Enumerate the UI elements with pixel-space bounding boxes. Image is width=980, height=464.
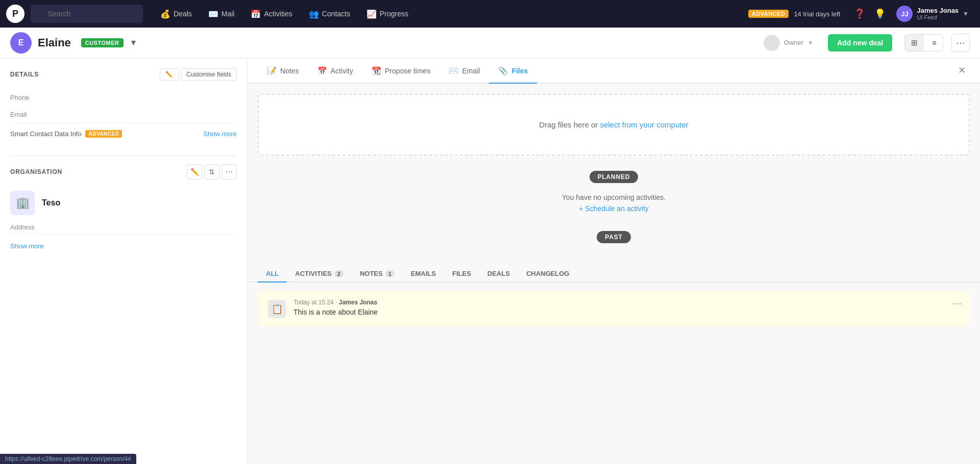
tab-files[interactable]: 📎 Files — [489, 58, 537, 84]
user-name: James Jonas — [917, 7, 959, 15]
contacts-icon: 👥 — [309, 9, 319, 19]
entry-content: This is a note about Elaine — [293, 308, 960, 316]
activity-entry: 📋 Today at 15:24 · James Jonas This is a… — [258, 291, 970, 326]
files-tab-label: Files — [511, 67, 528, 75]
url-bar: https://uifeed-c28eee.pipedrive.com/pers… — [0, 454, 136, 464]
history-tabs-bar: ALL ACTIVITIES 2 NOTES 1 EMAILS FILES DE… — [248, 265, 980, 282]
details-show-more-link[interactable]: Show more — [203, 130, 237, 138]
smart-contact-label: Smart Contact Data Info — [10, 130, 81, 138]
files-tab-icon: 📎 — [498, 66, 508, 75]
mail-icon: ✉️ — [208, 9, 218, 19]
notes-tab-label: Notes — [280, 67, 299, 75]
owner-label: Owner — [784, 39, 803, 46]
smart-contact-row: Smart Contact Data Info ADVANCED Show mo… — [10, 122, 237, 145]
nav-item-contacts[interactable]: 👥 Contacts — [302, 6, 357, 22]
trial-label: 14 trial days left — [794, 10, 840, 18]
files-htab-label: FILES — [452, 270, 471, 277]
tabs-close-button[interactable]: ✕ — [953, 62, 970, 79]
notes-htab-label: NOTES — [360, 270, 383, 277]
address-row: Address — [10, 220, 237, 234]
organisation-item: 🏢 Teso — [10, 186, 237, 220]
search-input[interactable] — [31, 5, 143, 23]
history-tab-all[interactable]: ALL — [258, 265, 287, 282]
past-section: PAST — [248, 216, 980, 256]
schedule-activity-link[interactable]: + Schedule an activity — [579, 204, 649, 213]
activities-tab-count: 2 — [334, 270, 344, 277]
user-chevron-icon: ▼ — [963, 10, 969, 17]
activity-tab-icon: 📅 — [317, 66, 327, 75]
files-drop-area[interactable]: Drag files here or select from your comp… — [258, 94, 970, 156]
nav-item-mail[interactable]: ✉️ Mail — [201, 6, 242, 22]
details-actions: ✏️ Customise fields — [160, 68, 237, 81]
contact-avatar: E — [10, 32, 32, 54]
contact-name: Elaine — [38, 36, 71, 49]
org-name[interactable]: Teso — [42, 198, 60, 208]
history-tab-deals[interactable]: DEALS — [479, 265, 518, 282]
deals-icon: 💰 — [160, 9, 170, 19]
files-select-link[interactable]: select from your computer — [600, 120, 688, 129]
user-sub: UI Feed — [917, 14, 959, 21]
add-new-deal-button[interactable]: Add new deal — [828, 34, 892, 51]
tab-activity[interactable]: 📅 Activity — [308, 58, 362, 84]
progress-icon: 📈 — [366, 9, 377, 19]
org-show-more-link[interactable]: Show more — [10, 242, 44, 250]
planned-section: PLANNED You have no upcoming activities.… — [248, 156, 980, 216]
edit-details-button[interactable]: ✏️ — [160, 68, 179, 81]
list-view-button[interactable]: ≡ — [926, 35, 943, 50]
entry-separator: · — [335, 299, 339, 306]
logo[interactable]: P — [6, 5, 24, 23]
tab-email[interactable]: ✉️ Email — [439, 58, 489, 84]
org-more-button[interactable]: ⋯ — [222, 164, 237, 179]
entry-author: James Jonas — [339, 299, 377, 306]
details-section-header: DETAILS ✏️ Customise fields — [10, 68, 237, 81]
history-tab-changelog[interactable]: CHANGELOG — [518, 265, 578, 282]
history-tab-activities[interactable]: ACTIVITIES 2 — [287, 265, 352, 282]
nav-item-deals[interactable]: 💰 Deals — [153, 6, 199, 22]
organisation-header: ORGANISATION ✏️ ⇅ ⋯ — [10, 164, 237, 179]
tab-propose-times[interactable]: 📆 Propose times — [362, 58, 439, 84]
top-navigation: P 🔍 💰 Deals ✉️ Mail 📅 Activities 👥 Conta… — [0, 0, 980, 28]
planned-badge: PLANNED — [590, 171, 639, 183]
emails-tab-label: EMAILS — [411, 270, 436, 277]
tab-notes[interactable]: 📝 Notes — [258, 58, 308, 84]
no-activities-text: You have no upcoming activities. — [258, 193, 970, 201]
all-tab-label: ALL — [266, 270, 279, 277]
nav-deals-label: Deals — [174, 10, 192, 18]
owner-chevron-icon[interactable]: ▼ — [807, 39, 814, 46]
past-badge: PAST — [597, 231, 630, 243]
more-options-button[interactable]: ⋯ — [951, 34, 970, 52]
nav-item-progress[interactable]: 📈 Progress — [359, 6, 415, 22]
owner-avatar — [764, 35, 780, 51]
lightbulb-button[interactable]: 💡 — [871, 5, 889, 23]
history-tab-notes[interactable]: NOTES 1 — [352, 265, 403, 282]
phone-label: Phone — [10, 93, 56, 101]
deals-tab-label: DEALS — [487, 270, 510, 277]
contact-dropdown-chevron[interactable]: ▼ — [130, 38, 138, 47]
customise-fields-button[interactable]: Customise fields — [181, 68, 237, 81]
nav-item-activities[interactable]: 📅 Activities — [243, 6, 299, 22]
history-tab-files[interactable]: FILES — [444, 265, 479, 282]
contact-badge: CUSTOMER — [81, 38, 124, 47]
notes-tab-icon: 📝 — [267, 66, 277, 75]
advanced-badge: ADVANCED — [748, 10, 789, 18]
email-tab-label: Email — [462, 67, 480, 75]
email-label: Email — [10, 110, 56, 118]
grid-view-button[interactable]: ⊞ — [905, 35, 924, 51]
files-drop-text: Drag files here or — [539, 120, 600, 129]
right-panel: 📝 Notes 📅 Activity 📆 Propose times ✉️ Em… — [248, 58, 980, 464]
email-tab-icon: ✉️ — [449, 66, 458, 75]
avatar: JJ — [896, 6, 913, 22]
org-show-more-row: Show more — [10, 234, 237, 257]
org-edit-button[interactable]: ✏️ — [187, 164, 202, 179]
help-button[interactable]: ❓ — [850, 5, 869, 23]
left-panel: DETAILS ✏️ Customise fields Phone Email … — [0, 58, 248, 464]
address-label: Address — [10, 223, 56, 231]
history-tab-emails[interactable]: EMAILS — [403, 265, 444, 282]
entry-more-button[interactable]: ⋯ — [952, 298, 962, 309]
org-expand-button[interactable]: ⇅ — [204, 164, 219, 179]
user-menu[interactable]: JJ James Jonas UI Feed ▼ — [891, 4, 974, 24]
nav-activities-label: Activities — [264, 10, 292, 18]
details-title: DETAILS — [10, 71, 39, 78]
nav-progress-label: Progress — [380, 10, 408, 18]
changelog-tab-label: CHANGELOG — [526, 270, 570, 277]
